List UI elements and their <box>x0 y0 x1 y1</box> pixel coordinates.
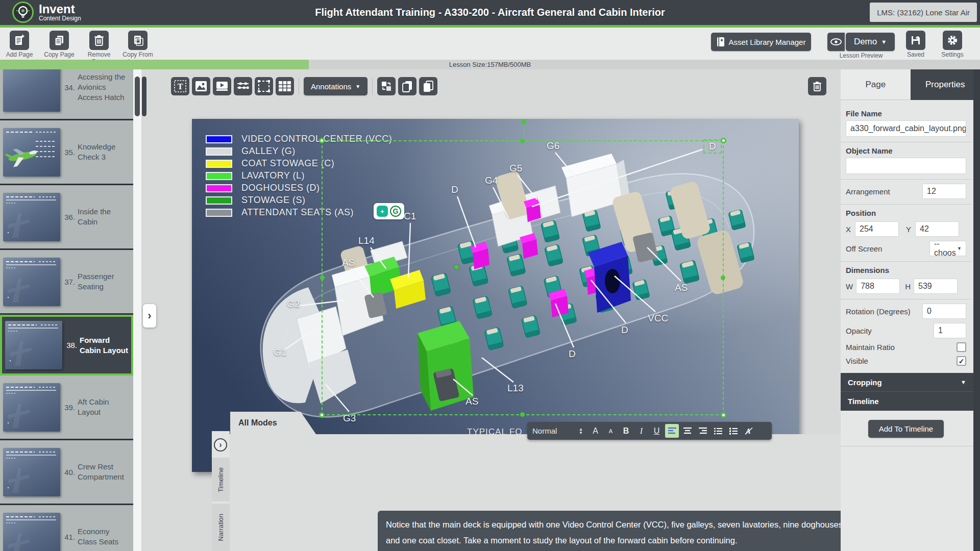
rotation-handle[interactable] <box>521 119 526 124</box>
underline-button[interactable]: U <box>650 424 664 438</box>
arrangement-input[interactable]: 12 <box>922 184 966 199</box>
text-tool[interactable]: T <box>171 77 189 95</box>
maintain-ratio-label: Maintain Ratio <box>846 343 957 352</box>
align-center-icon <box>683 427 692 435</box>
svg-text:T: T <box>178 82 183 91</box>
align-left-button[interactable] <box>665 424 679 438</box>
add-to-timeline-label: Add To Timeline <box>879 424 933 433</box>
legend-swatch <box>206 172 232 180</box>
page-number: 34. <box>60 83 78 92</box>
tab-timeline-vertical[interactable]: Timeline <box>212 458 230 502</box>
selection-handle-sw[interactable] <box>319 412 325 418</box>
sidebar-page-39[interactable]: 39. Aft Cabin Layout <box>0 375 133 440</box>
selection-handle-e[interactable] <box>721 276 725 280</box>
panel-collapse-button[interactable]: › <box>214 438 227 452</box>
maintain-ratio-checkbox[interactable] <box>957 342 966 352</box>
preview-mode-dropdown[interactable]: Demo ▼ <box>846 33 895 51</box>
sidebar-page-35[interactable]: 35. Knowledge Check 3 <box>0 120 133 185</box>
table-tool[interactable] <box>276 77 294 95</box>
page-number: 39. <box>60 403 78 412</box>
visible-checkbox[interactable]: ✓ <box>957 356 966 366</box>
align-right-button[interactable] <box>696 424 709 438</box>
object-name-input[interactable] <box>846 158 966 174</box>
sidebar-page-40[interactable]: 40. Crew Rest Compartment <box>0 440 133 505</box>
align-center-button[interactable] <box>680 424 694 438</box>
tab-narration-vertical[interactable]: Narration <box>212 504 230 551</box>
asset-library-manager-button[interactable]: Asset Library Manager <box>711 33 811 51</box>
page-list: 34. Accessing the Avionics Access Hatch … <box>0 69 133 551</box>
x-input[interactable]: 254 <box>855 221 899 237</box>
asset-library-manager-label: Asset Library Manager <box>729 38 806 46</box>
legend-swatch <box>206 160 232 168</box>
page-title: Forward Cabin Layout <box>80 335 129 356</box>
selection-handle-s[interactable] <box>520 412 525 417</box>
h-input[interactable]: 539 <box>914 279 958 294</box>
image-tool[interactable] <box>192 77 210 95</box>
layer-back-tool[interactable] <box>398 77 416 95</box>
annotations-dropdown[interactable]: Annotations ▼ <box>304 77 368 95</box>
delete-object-button[interactable] <box>808 77 826 95</box>
lms-badge: LMS: (32162) Lone Star Air <box>870 3 977 22</box>
lesson-size-label: Lesson Size:157MB/500MB <box>0 61 980 68</box>
opacity-input[interactable]: 1 <box>934 323 966 338</box>
paragraph-style-dropdown[interactable]: Normal <box>532 427 576 435</box>
properties-scrollbar[interactable] <box>973 69 980 551</box>
lesson-preview-eye-button[interactable] <box>827 33 845 51</box>
w-input[interactable]: 788 <box>856 279 900 294</box>
selection-bounding-box[interactable] <box>322 140 724 415</box>
selection-handle-nw[interactable] <box>319 138 325 143</box>
italic-button[interactable]: I <box>634 424 648 438</box>
sidebar-page-38[interactable]: 38. Forward Cabin Layout <box>0 315 133 375</box>
cropping-section-header[interactable]: Cropping ▼ <box>841 373 973 392</box>
object-name-label: Object Name <box>846 146 966 155</box>
sidebar-page-34[interactable]: 34. Accessing the Avionics Access Hatch <box>0 69 133 120</box>
bullet-list-button[interactable] <box>711 424 725 438</box>
sidebar-scroll-thumb[interactable] <box>135 77 140 116</box>
selection-handle-w[interactable] <box>320 276 325 280</box>
page-thumbnail <box>3 128 60 177</box>
sidebar-page-37[interactable]: 37. Passenger Seating <box>0 250 133 315</box>
bold-button[interactable]: B <box>619 424 633 438</box>
layer-front-tool[interactable] <box>419 77 437 95</box>
offscreen-label: Off Screen <box>846 244 929 253</box>
sidebar-page-36[interactable]: 36. Inside the Cabin <box>0 185 133 250</box>
sidebar-page-41[interactable]: 41. Economy Class Seats <box>0 505 133 551</box>
saved-button[interactable]: Saved <box>899 31 932 58</box>
add-page-icon <box>10 31 29 50</box>
add-page-button[interactable]: Add Page <box>0 31 39 58</box>
copy-page-button[interactable]: Copy Page <box>40 31 79 58</box>
file-name-input[interactable]: a330_forward_cabin_layout.png <box>846 120 966 137</box>
tab-properties[interactable]: Properties <box>911 69 980 100</box>
selection-handle-ne[interactable] <box>721 138 726 143</box>
font-size-down-button[interactable]: A <box>604 424 618 438</box>
selection-center-handle[interactable] <box>454 265 459 269</box>
clear-format-button[interactable]: A <box>742 424 755 438</box>
clear-format-icon: A <box>744 427 753 435</box>
sidebar-scrollbar[interactable] <box>133 69 141 551</box>
y-input[interactable]: 42 <box>915 221 959 237</box>
cropping-label: Cropping <box>848 378 961 387</box>
offscreen-select[interactable]: -- choos ▼ <box>929 241 966 256</box>
swap-tool[interactable] <box>377 77 396 95</box>
settings-button[interactable]: Settings <box>936 31 969 58</box>
rotation-input[interactable]: 0 <box>922 304 966 319</box>
legend-label: STOWAGE (S) <box>241 195 306 206</box>
page-title: Knowledge Check 3 <box>78 142 131 162</box>
add-to-timeline-button[interactable]: Add To Timeline <box>868 420 944 438</box>
page-title: Crew Rest Compartment <box>78 462 131 482</box>
offscreen-value: -- choos <box>934 239 956 258</box>
numbered-list-button[interactable] <box>726 424 740 438</box>
page-number: 37. <box>60 278 78 286</box>
page-thumbnail <box>3 69 60 112</box>
canvas-scroll-thumb[interactable] <box>142 77 146 116</box>
font-size-up-button[interactable]: A <box>589 424 602 438</box>
sidebar-expand-button[interactable]: › <box>143 304 156 328</box>
marquee-tool[interactable] <box>255 77 273 95</box>
timeline-section-header[interactable]: Timeline <box>841 392 973 411</box>
video-tool[interactable] <box>213 77 231 95</box>
selection-handle-n[interactable] <box>520 139 525 143</box>
selection-handle-se[interactable] <box>721 412 726 418</box>
preview-mode-value: Demo <box>854 37 877 47</box>
tab-page[interactable]: Page <box>841 69 911 100</box>
steps-tool[interactable] <box>234 77 252 95</box>
